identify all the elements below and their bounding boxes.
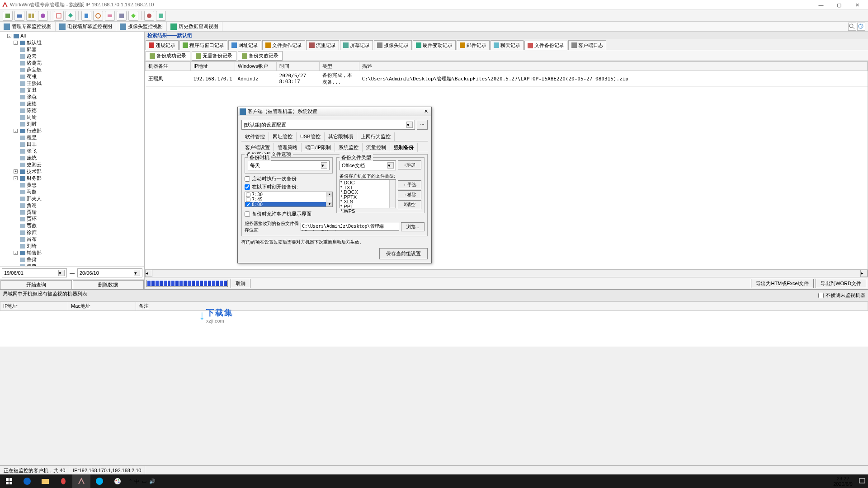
lan-table[interactable]: IP地址Mac地址备注 [0, 301, 868, 347]
clear-types-button[interactable]: X清空 [398, 200, 421, 209]
record-tab[interactable]: 摄像头记录 [374, 40, 412, 50]
view-tab-monitor[interactable]: 管理专家监控视图 [0, 22, 56, 31]
task-explorer[interactable] [36, 474, 54, 488]
tool-5[interactable] [54, 11, 64, 21]
tool-12[interactable] [144, 11, 154, 21]
host-tree[interactable]: - All- 默认组 郭嘉 赵云 诸葛亮 薛宝钗 荀彧 王熙凤 文丑 张苞 庞德… [0, 32, 144, 266]
tool-9[interactable] [105, 11, 115, 21]
tree-host[interactable]: 张苞 [20, 94, 143, 100]
close-button[interactable]: ✕ [848, 0, 866, 9]
dialog-tab[interactable]: 软件管控 [241, 132, 269, 141]
tool-6[interactable] [66, 11, 75, 21]
config-combo[interactable]: [默认组]的设置配置▾ [241, 120, 415, 130]
dialog-close-button[interactable]: ✕ [422, 108, 429, 115]
dialog-tab[interactable]: 其它限制项 [325, 132, 357, 141]
tree-host[interactable]: 荀彧 [20, 73, 143, 80]
tool-11[interactable] [128, 11, 138, 21]
remove-type-button[interactable]: →移除 [398, 190, 421, 199]
table-row[interactable]: 王熙凤 192.168.170.1 AdminJz 2020/5/27 8:03… [146, 71, 868, 87]
tree-host[interactable]: 刘琦 [20, 243, 143, 249]
tree-host[interactable]: 赵云 [20, 53, 143, 60]
doc-type-combo[interactable]: Office文档▾ [340, 160, 396, 170]
tree-host[interactable]: 文丑 [20, 87, 143, 94]
export-word-button[interactable]: 导出到WORD文件 [816, 279, 866, 288]
tree-group[interactable]: - 销售部 [14, 249, 143, 256]
tree-host[interactable]: 诸葛亮 [20, 60, 143, 66]
task-skype[interactable] [90, 474, 108, 488]
save-settings-button[interactable]: 保存当前组设置 [379, 248, 428, 259]
tree-group[interactable]: - 默认组 [14, 39, 143, 46]
tree-host[interactable]: 张飞 [20, 148, 143, 155]
tool-4[interactable] [38, 11, 48, 21]
tree-host[interactable]: 马超 [20, 188, 143, 195]
backup-at-time-checkbox[interactable]: 在以下时刻开始备份: [245, 183, 333, 190]
dialog-tab[interactable]: 强制备份 [390, 143, 418, 152]
tool-1[interactable] [3, 11, 13, 21]
record-tab[interactable]: 邮件记录 [457, 40, 490, 50]
tree-host[interactable]: 陈德 [20, 107, 143, 114]
export-html-button[interactable]: 导出为HTM或Excel文件 [751, 279, 814, 288]
tool-7[interactable] [81, 11, 91, 21]
browse-button[interactable]: 浏览... [401, 222, 425, 231]
sub-tab[interactable]: 备份成功记录 [146, 51, 190, 61]
lan-no-detect-checkbox[interactable]: 不侦测未监视机器 [818, 292, 865, 299]
tool-2[interactable] [14, 11, 24, 21]
date-from[interactable]: 19/06/01▾ [2, 268, 67, 277]
tree-host[interactable]: 田丰 [20, 141, 143, 148]
view-tab-tvwall[interactable]: 电视墙屏幕监控视图 [56, 22, 116, 31]
tool-10[interactable] [117, 11, 127, 21]
horizontal-scrollbar[interactable]: ◂▸ [145, 269, 868, 277]
tree-host[interactable]: 贾赦 [20, 222, 143, 229]
tree-host[interactable]: 庞统 [20, 155, 143, 161]
manual-select-button[interactable]: ←手选 [398, 180, 421, 189]
tree-host[interactable]: 贾瑞 [20, 209, 143, 216]
minimize-button[interactable]: — [812, 0, 830, 9]
record-tab[interactable]: 文件备份记录 [524, 41, 567, 50]
backup-path-input[interactable]: C:\Users\AdminJz\Desktop\管理端\BackupFiles… [301, 223, 399, 231]
view-tab-camera[interactable]: 摄像头监控视图 [116, 22, 167, 31]
delete-data-button[interactable]: 删除数据 [73, 280, 144, 289]
tree-host[interactable]: 史湘云 [20, 161, 143, 168]
tree-host[interactable]: 吕布 [20, 236, 143, 243]
dialog-tab[interactable]: 上网行为监控 [357, 132, 395, 141]
record-tab[interactable]: 网址记录 [228, 40, 261, 50]
tree-host[interactable]: 徐庶 [20, 229, 143, 236]
date-to[interactable]: 20/06/10▾ [77, 268, 142, 277]
cancel-button[interactable]: 取消 [231, 279, 250, 288]
record-tab[interactable]: 文件操作记录 [262, 40, 305, 50]
dialog-tab[interactable]: 系统监控 [335, 143, 363, 152]
tree-host[interactable]: 郭嘉 [20, 46, 143, 53]
dialog-tab[interactable]: 网址管控 [269, 132, 297, 141]
tool-8[interactable] [93, 11, 103, 21]
dialog-titlebar[interactable]: 客户端（被管理机器）系统设置 ✕ [238, 107, 431, 116]
file-types-list[interactable]: *.DOC*.TXT*.DOCX*.PPTX*.XLS*.PPT*.WPS [340, 179, 396, 208]
notification-icon[interactable] [856, 474, 868, 488]
task-opera[interactable] [54, 474, 72, 488]
record-tab[interactable]: 屏幕记录 [340, 40, 373, 50]
tree-host[interactable]: 鲁肃 [20, 256, 143, 263]
maximize-button[interactable]: ▢ [830, 0, 848, 9]
record-tab[interactable]: 聊天记录 [491, 40, 524, 50]
tree-host[interactable]: 袁奕 [20, 263, 143, 266]
tree-host[interactable]: 贾环 [20, 216, 143, 222]
backup-on-start-checkbox[interactable]: 启动时执行一次备份 [245, 175, 333, 182]
start-button[interactable] [0, 474, 18, 488]
tree-host[interactable]: 薛宝钗 [20, 66, 143, 73]
view-tab-history[interactable]: 历史数据查询视图 [167, 22, 222, 31]
show-ui-checkbox[interactable]: 备份时允许客户机显示界面 [245, 211, 333, 217]
tree-host[interactable]: 庞德 [20, 100, 143, 107]
taskbar-clock[interactable]: 23:222020/6/9 [830, 476, 856, 487]
tree-host[interactable]: 王熙凤 [20, 80, 143, 87]
tree-host[interactable]: 黄忠 [20, 182, 143, 188]
dialog-tab[interactable]: USB管控 [297, 132, 325, 141]
tree-host[interactable]: 邢夫人 [20, 195, 143, 202]
tree-group[interactable]: + 技术部 [14, 168, 143, 175]
task-edge[interactable] [18, 474, 36, 488]
record-tab[interactable]: 硬件变动记录 [413, 40, 456, 50]
help-icon[interactable]: ? [857, 23, 865, 31]
tool-3[interactable] [26, 11, 36, 21]
tree-group[interactable]: - 行政部 [14, 127, 143, 134]
add-type-button[interactable]: ↓添加 [398, 160, 421, 169]
dialog-tab[interactable]: 端口/IP限制 [302, 143, 335, 152]
search-icon[interactable] [848, 23, 856, 31]
